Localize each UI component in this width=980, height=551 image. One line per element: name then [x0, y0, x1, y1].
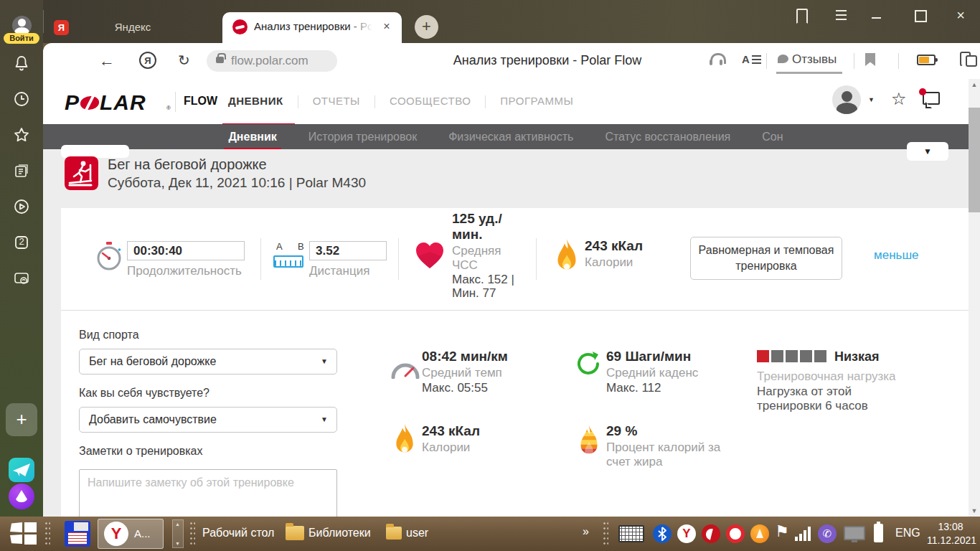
window-close-button[interactable]: [954, 7, 967, 24]
battery-tray-icon[interactable]: [874, 524, 883, 542]
reload-icon[interactable]: [178, 52, 190, 69]
action-center-flag-icon[interactable]: [775, 522, 789, 541]
page-scrollbar[interactable]: [969, 79, 980, 517]
duration-label: Продолжительность: [127, 264, 242, 278]
tab-active-polar[interactable]: Анализ тренировки - Polar Flow: [222, 12, 402, 43]
sport-dropdown[interactable]: Бег на беговой дорожке: [79, 349, 337, 375]
user-folder-icon[interactable]: [386, 527, 402, 540]
avatar-caret-icon[interactable]: [868, 96, 875, 103]
scrollbar-thumb[interactable]: [969, 108, 980, 212]
bookmarks-panel-icon[interactable]: [795, 7, 808, 24]
save-shortcut-icon[interactable]: [65, 521, 90, 547]
divider: [398, 238, 399, 280]
nav-programs[interactable]: ПРОГРАММЫ: [486, 95, 588, 108]
divider: [175, 92, 176, 112]
translate-icon[interactable]: [742, 53, 750, 65]
window-maximize-button[interactable]: [914, 7, 925, 24]
logo-text: P: [65, 90, 80, 114]
duration-input[interactable]: [127, 241, 245, 260]
libraries-folder-icon[interactable]: [286, 526, 304, 540]
nav-reports[interactable]: ОТЧЕТЫ: [298, 95, 374, 108]
feed-icon[interactable]: [13, 162, 30, 179]
subnav-activity[interactable]: Физическая активность: [448, 124, 573, 149]
touch-keyboard-icon[interactable]: [618, 525, 644, 542]
favorite-star-icon[interactable]: [891, 89, 907, 109]
tab-yandex[interactable]: Яндекс: [93, 21, 172, 33]
avast-tray-icon[interactable]: [750, 524, 769, 543]
login-button[interactable]: Войти: [4, 33, 39, 44]
pace-value: 08:42 мин/км: [422, 349, 508, 364]
yandex-home-icon[interactable]: [139, 52, 156, 69]
training-title: Бег на беговой дорожке: [108, 156, 267, 173]
tab-title: Анализ тренировки - Polar Flow: [254, 20, 372, 34]
messenger-icon[interactable]: [9, 458, 34, 482]
avatar[interactable]: [12, 16, 32, 35]
start-button[interactable]: [10, 522, 37, 545]
notes-textarea[interactable]: [79, 469, 337, 517]
chat-icon[interactable]: [923, 92, 940, 105]
distance-input[interactable]: [309, 241, 387, 260]
subnav-diary[interactable]: Дневник: [228, 124, 276, 149]
less-link[interactable]: меньше: [874, 248, 918, 263]
video-play-icon[interactable]: [13, 198, 30, 215]
nav-diary[interactable]: ДНЕВНИК: [228, 95, 298, 108]
flowsync-tray-icon[interactable]: [702, 524, 720, 543]
active-task-yandex-browser[interactable]: A...: [98, 519, 164, 549]
scroll-down-icon[interactable]: [969, 505, 980, 517]
subnav-recovery[interactable]: Статус восстановления: [605, 124, 730, 149]
headphones-icon[interactable]: [709, 52, 725, 66]
screen: Я Яндекс Анализ тренировки - Polar Flow …: [0, 0, 980, 551]
url-chip[interactable]: flow.polar.com: [207, 50, 337, 72]
load-square: [757, 350, 769, 362]
load-square: [786, 350, 798, 362]
toolbar-scroll-buttons[interactable]: [172, 519, 184, 548]
favorites-star-icon[interactable]: [13, 126, 30, 143]
taskbar-clock[interactable]: 13:08 11.12.2021: [927, 520, 974, 547]
sidebar-add-button[interactable]: +: [6, 403, 37, 436]
new-tab-button[interactable]: [415, 15, 438, 39]
network-signal-icon[interactable]: [795, 527, 812, 541]
divider: [536, 238, 537, 280]
opera-tray-icon[interactable]: [726, 524, 745, 543]
window-minimize-button[interactable]: [871, 7, 882, 24]
bluetooth-icon[interactable]: [653, 524, 672, 543]
yandex-tray-icon[interactable]: [677, 524, 696, 543]
pace-gauge-icon: [391, 360, 420, 379]
back-icon[interactable]: [99, 52, 115, 70]
display-tray-icon[interactable]: [844, 526, 865, 540]
tab-close-icon[interactable]: [379, 19, 395, 34]
load-label: Тренировочная нагрузка: [757, 369, 896, 384]
lock-icon: [216, 57, 224, 63]
browser-menu-icon[interactable]: [835, 7, 848, 24]
subnav-training-history[interactable]: История тренировок: [308, 124, 417, 149]
calories-value: 243 кКал: [585, 238, 643, 254]
language-indicator[interactable]: ENG: [895, 527, 920, 540]
tabs-counter-icon[interactable]: 2: [13, 234, 30, 251]
feeling-dropdown[interactable]: Добавить самочувствие: [79, 407, 337, 433]
load-square: [800, 350, 812, 362]
desktop-toolbar-label[interactable]: Рабочий стол: [202, 527, 274, 540]
calories-detail-label: Калории: [422, 441, 470, 455]
subnav-sleep[interactable]: Сон: [762, 124, 783, 149]
bookmark-icon[interactable]: [865, 53, 875, 66]
share-dropdown-button[interactable]: [907, 142, 948, 161]
taskbar-grip: [189, 521, 195, 547]
training-benefit-button[interactable]: Равномерная и темповая тренировка: [690, 237, 842, 280]
notifications-bell-icon[interactable]: [13, 55, 30, 72]
collections-icon[interactable]: [958, 52, 976, 67]
polar-logo[interactable]: PLAR: [65, 90, 146, 115]
screenshot-icon[interactable]: [13, 270, 30, 287]
toolbar-overflow-icon[interactable]: [583, 525, 589, 538]
scroll-up-icon[interactable]: [969, 79, 980, 90]
viber-tray-icon[interactable]: [818, 524, 837, 543]
nav-community[interactable]: СООБЩЕСТВО: [375, 95, 485, 108]
user-label[interactable]: user: [406, 527, 428, 540]
clock-time: 13:08: [927, 520, 974, 534]
battery-saver-icon[interactable]: [917, 55, 936, 65]
user-avatar[interactable]: [832, 85, 861, 114]
history-clock-icon[interactable]: [13, 90, 30, 108]
cadence-icon: [575, 350, 602, 377]
libraries-label[interactable]: Библиотеки: [308, 527, 371, 540]
heart-icon: [415, 241, 445, 270]
alice-assistant-icon[interactable]: [9, 484, 34, 509]
